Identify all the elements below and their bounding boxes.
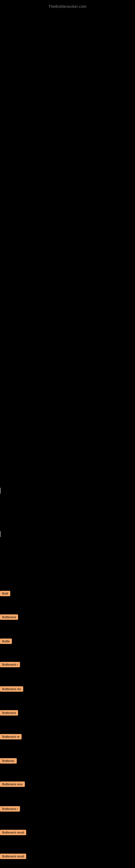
bottleneck-result-badge-10[interactable]: Bottleneck r — [0, 806, 20, 813]
badge-label-1: Bottl — [0, 591, 10, 596]
bottleneck-result-badge-3[interactable]: Bottle — [0, 639, 12, 645]
bottleneck-result-badge-4[interactable]: Bottleneck r — [0, 662, 20, 669]
badge-label-11: Bottleneck result — [0, 830, 26, 835]
bottleneck-result-badge-2[interactable]: Bottleneck — [0, 614, 18, 621]
badge-label-2: Bottleneck — [0, 614, 18, 620]
badge-label-9: Bottleneck resu — [0, 781, 25, 787]
badge-label-5: Bottleneck res — [0, 686, 23, 692]
text-cursor-1 — [0, 488, 1, 494]
bottleneck-result-badge-1[interactable]: Bottl — [0, 591, 10, 597]
site-title: TheBottlenecker.com — [0, 2, 135, 9]
bottleneck-result-badge-8[interactable]: Bottlenec — [0, 758, 17, 765]
bottleneck-result-badge-6[interactable]: Bottleneck — [0, 710, 18, 717]
badge-label-3: Bottle — [0, 639, 12, 644]
bottleneck-result-badge-9[interactable]: Bottleneck resu — [0, 781, 25, 788]
text-cursor-2 — [0, 531, 1, 537]
badge-label-6: Bottleneck — [0, 710, 18, 716]
bottleneck-result-badge-11[interactable]: Bottleneck result — [0, 830, 26, 836]
badge-label-7: Bottleneck re — [0, 734, 21, 739]
badge-label-12: Bottleneck result — [0, 854, 26, 859]
badge-label-4: Bottleneck r — [0, 662, 20, 667]
bottleneck-result-badge-12[interactable]: Bottleneck result — [0, 854, 26, 860]
badge-label-8: Bottlenec — [0, 758, 17, 764]
badge-label-10: Bottleneck r — [0, 806, 20, 812]
bottleneck-result-badge-7[interactable]: Bottleneck re — [0, 734, 21, 741]
bottleneck-result-badge-5[interactable]: Bottleneck res — [0, 686, 23, 693]
